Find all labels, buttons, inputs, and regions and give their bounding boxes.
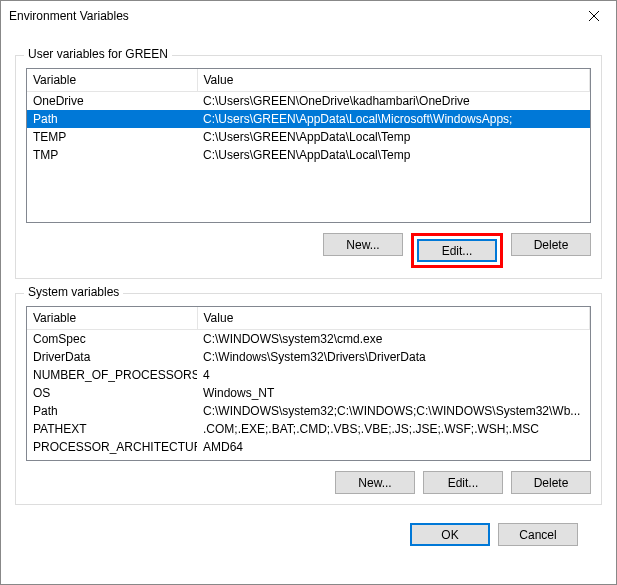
cell-variable: OneDrive: [27, 92, 197, 111]
cell-value: C:\Windows\System32\Drivers\DriverData: [197, 348, 590, 366]
table-row[interactable]: PATHEXT.COM;.EXE;.BAT;.CMD;.VBS;.VBE;.JS…: [27, 420, 590, 438]
system-variables-group: System variables Variable Value ComSpecC…: [15, 293, 602, 505]
cell-variable: Path: [27, 402, 197, 420]
table-row[interactable]: ComSpecC:\WINDOWS\system32\cmd.exe: [27, 330, 590, 349]
close-button[interactable]: [571, 1, 616, 31]
cell-variable: OS: [27, 384, 197, 402]
ok-button[interactable]: OK: [410, 523, 490, 546]
dialog-footer: OK Cancel: [15, 505, 602, 546]
window-title: Environment Variables: [9, 9, 129, 23]
user-col-value[interactable]: Value: [197, 69, 590, 92]
cell-value: C:\Users\GREEN\AppData\Local\Temp: [197, 128, 590, 146]
sys-delete-button[interactable]: Delete: [511, 471, 591, 494]
table-row[interactable]: PROCESSOR_ARCHITECTUREAMD64: [27, 438, 590, 456]
cell-variable: TEMP: [27, 128, 197, 146]
sys-new-button[interactable]: New...: [335, 471, 415, 494]
user-col-variable[interactable]: Variable: [27, 69, 197, 92]
cell-value: C:\Users\GREEN\AppData\Local\Microsoft\W…: [197, 110, 590, 128]
user-delete-button[interactable]: Delete: [511, 233, 591, 256]
table-row[interactable]: TMPC:\Users\GREEN\AppData\Local\Temp: [27, 146, 590, 164]
sys-col-variable[interactable]: Variable: [27, 307, 197, 330]
user-edit-button[interactable]: Edit...: [417, 239, 497, 262]
titlebar: Environment Variables: [1, 1, 616, 31]
cell-variable: DriverData: [27, 348, 197, 366]
table-row[interactable]: PathC:\Users\GREEN\AppData\Local\Microso…: [27, 110, 590, 128]
sys-group-label: System variables: [24, 285, 123, 299]
sys-button-row: New... Edit... Delete: [26, 471, 591, 494]
sys-col-value[interactable]: Value: [197, 307, 590, 330]
cell-value: AMD64: [197, 438, 590, 456]
system-variables-table[interactable]: Variable Value ComSpecC:\WINDOWS\system3…: [26, 306, 591, 461]
edit-button-highlight: Edit...: [411, 233, 503, 268]
table-row[interactable]: OneDriveC:\Users\GREEN\OneDrive\kadhamba…: [27, 92, 590, 111]
cell-value: 4: [197, 366, 590, 384]
cell-variable: NUMBER_OF_PROCESSORS: [27, 366, 197, 384]
cell-value: C:\Users\GREEN\AppData\Local\Temp: [197, 146, 590, 164]
cell-value: .COM;.EXE;.BAT;.CMD;.VBS;.VBE;.JS;.JSE;.…: [197, 420, 590, 438]
table-row[interactable]: TEMPC:\Users\GREEN\AppData\Local\Temp: [27, 128, 590, 146]
user-new-button[interactable]: New...: [323, 233, 403, 256]
user-button-row: New... Edit... Delete: [26, 233, 591, 268]
cell-variable: PATHEXT: [27, 420, 197, 438]
user-group-label: User variables for GREEN: [24, 47, 172, 61]
cell-value: C:\Users\GREEN\OneDrive\kadhambari\OneDr…: [197, 92, 590, 111]
table-row[interactable]: OSWindows_NT: [27, 384, 590, 402]
cell-variable: Path: [27, 110, 197, 128]
cell-variable: PROCESSOR_ARCHITECTURE: [27, 438, 197, 456]
cell-value: Windows_NT: [197, 384, 590, 402]
close-icon: [589, 11, 599, 21]
user-variables-group: User variables for GREEN Variable Value …: [15, 55, 602, 279]
table-row[interactable]: NUMBER_OF_PROCESSORS4: [27, 366, 590, 384]
cell-variable: TMP: [27, 146, 197, 164]
sys-edit-button[interactable]: Edit...: [423, 471, 503, 494]
table-row[interactable]: PathC:\WINDOWS\system32;C:\WINDOWS;C:\WI…: [27, 402, 590, 420]
cell-value: C:\WINDOWS\system32\cmd.exe: [197, 330, 590, 349]
cell-value: C:\WINDOWS\system32;C:\WINDOWS;C:\WINDOW…: [197, 402, 590, 420]
cancel-button[interactable]: Cancel: [498, 523, 578, 546]
user-variables-table[interactable]: Variable Value OneDriveC:\Users\GREEN\On…: [26, 68, 591, 223]
cell-variable: ComSpec: [27, 330, 197, 349]
table-row[interactable]: DriverDataC:\Windows\System32\Drivers\Dr…: [27, 348, 590, 366]
dialog-content: User variables for GREEN Variable Value …: [1, 31, 616, 560]
